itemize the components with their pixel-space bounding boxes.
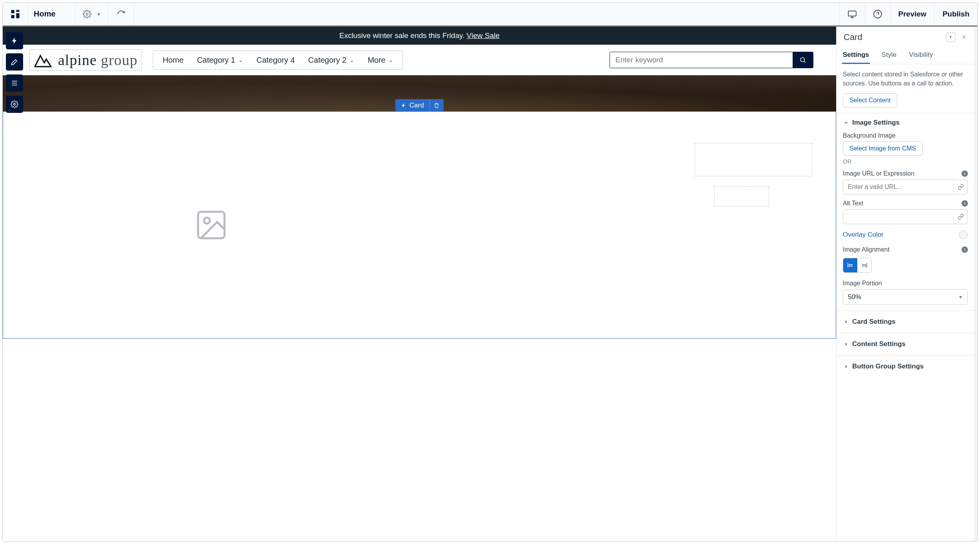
tab-visibility[interactable]: Visibility xyxy=(908,47,934,64)
background-image-label: Background Image xyxy=(843,132,968,139)
overlay-color-swatch[interactable] xyxy=(959,230,968,239)
refresh-button[interactable] xyxy=(108,3,134,25)
select-content-button[interactable]: Select Content xyxy=(843,93,897,107)
brand-logo-icon xyxy=(34,52,53,68)
site-header: alpine group Home Category 1 ⌄ Category … xyxy=(3,45,836,75)
theme-rail-button[interactable] xyxy=(6,53,23,71)
alt-text-input-wrap xyxy=(843,209,968,224)
overlay-color-row: Overlay Color xyxy=(843,230,968,239)
content-source-section: Select content stored in Salesforce or o… xyxy=(837,64,974,113)
preview-button[interactable]: Preview xyxy=(890,3,935,25)
image-url-input[interactable] xyxy=(843,180,953,194)
align-right-button[interactable] xyxy=(857,258,871,272)
image-placeholder-icon xyxy=(192,207,231,243)
svg-point-6 xyxy=(874,10,882,18)
image-settings-section: Image Settings Background Image Select I… xyxy=(837,113,974,311)
svg-rect-5 xyxy=(848,11,856,16)
panel-body: Select content stored in Salesforce or o… xyxy=(837,64,974,541)
chevron-right-icon xyxy=(843,319,849,325)
site-search-button[interactable] xyxy=(793,52,813,68)
viewport-desktop-button[interactable] xyxy=(839,3,865,25)
button-group-settings-accordion[interactable]: Button Group Settings xyxy=(837,355,974,377)
page-name[interactable]: Home xyxy=(28,3,76,25)
search-icon xyxy=(799,56,806,63)
topbar-left: Home ▼ xyxy=(3,3,134,25)
panel-menu-button[interactable]: ▼ xyxy=(946,33,955,42)
link-icon xyxy=(958,214,964,220)
content-settings-accordion[interactable]: Content Settings xyxy=(837,333,974,355)
panel-title: Card xyxy=(844,32,862,42)
site-search-input[interactable] xyxy=(610,52,793,68)
expression-picker-button[interactable] xyxy=(953,210,967,224)
image-portion-value: 50% xyxy=(848,293,861,301)
publish-button[interactable]: Publish xyxy=(934,3,977,25)
site-brand[interactable]: alpine group xyxy=(29,49,142,71)
content-helper-text: Select content stored in Salesforce or o… xyxy=(843,70,968,88)
svg-rect-12 xyxy=(863,265,866,267)
selection-indicator: Card xyxy=(396,99,444,112)
image-alignment-segmented xyxy=(843,258,872,273)
panel-header: Card ▼ ✕ xyxy=(837,27,974,45)
scrollbar-track[interactable] xyxy=(974,27,977,541)
nav-category-4[interactable]: Category 4 xyxy=(256,56,295,65)
or-text: OR xyxy=(843,158,968,165)
promo-banner-text: Exclusive winter sale ends this Friday. xyxy=(339,31,466,40)
page-name-label: Home xyxy=(34,9,56,18)
components-rail-button[interactable] xyxy=(6,32,23,49)
promo-banner: Exclusive winter sale ends this Friday. … xyxy=(3,27,836,45)
svg-point-10 xyxy=(204,218,210,223)
chevron-down-icon: ▼ xyxy=(958,295,963,299)
card-component-selected[interactable]: Card xyxy=(3,111,836,339)
builder-logo[interactable] xyxy=(3,3,28,25)
svg-point-4 xyxy=(86,13,88,15)
tab-settings[interactable]: Settings xyxy=(842,47,870,64)
overlay-color-label[interactable]: Overlay Color xyxy=(843,231,884,239)
help-button[interactable] xyxy=(865,3,890,25)
promo-banner-link[interactable]: View Sale xyxy=(466,31,499,40)
alt-text-label: Alt Text i xyxy=(843,200,968,207)
nav-category-2[interactable]: Category 2 ⌄ xyxy=(308,56,354,65)
align-left-button[interactable] xyxy=(843,258,857,272)
structure-rail-button[interactable] xyxy=(6,74,23,92)
align-right-icon xyxy=(861,262,868,269)
chevron-down-icon: ⌄ xyxy=(388,57,393,63)
info-icon[interactable]: i xyxy=(962,200,968,207)
publish-label: Publish xyxy=(942,10,969,18)
builder-sidebar xyxy=(3,27,26,118)
builder-canvas[interactable]: Exclusive winter sale ends this Friday. … xyxy=(3,27,836,541)
card-settings-accordion[interactable]: Card Settings xyxy=(837,311,974,333)
card-image-area xyxy=(3,112,419,338)
selection-delete-button[interactable] xyxy=(429,99,443,112)
selection-indicator-main[interactable]: Card xyxy=(396,99,430,112)
link-icon xyxy=(958,184,964,190)
builder-app-shell: Home ▼ Preview Publish xyxy=(2,2,978,542)
builder-logo-icon xyxy=(10,9,21,20)
svg-point-7 xyxy=(14,103,16,105)
site-search xyxy=(610,52,813,68)
expression-picker-button[interactable] xyxy=(953,180,967,194)
info-icon[interactable]: i xyxy=(962,170,968,177)
nav-category-1[interactable]: Category 1 ⌄ xyxy=(197,56,243,65)
image-settings-accordion[interactable]: Image Settings xyxy=(843,119,968,127)
nav-home[interactable]: Home xyxy=(163,56,183,65)
settings-rail-button[interactable] xyxy=(6,96,23,113)
chevron-right-icon xyxy=(843,363,849,370)
nav-more[interactable]: More ⌄ xyxy=(368,56,394,65)
gear-icon xyxy=(11,100,18,108)
tab-style[interactable]: Style xyxy=(881,47,897,64)
close-icon: ✕ xyxy=(962,34,967,41)
button-placeholder-slot xyxy=(714,186,769,207)
preview-label: Preview xyxy=(898,10,927,18)
alt-text-input[interactable] xyxy=(843,210,953,224)
page-settings-dropdown[interactable]: ▼ xyxy=(76,3,109,25)
app-topbar: Home ▼ Preview Publish xyxy=(3,3,977,25)
chevron-down-icon: ▼ xyxy=(97,12,101,16)
info-icon[interactable]: i xyxy=(962,247,968,253)
svg-rect-0 xyxy=(11,10,15,13)
help-icon xyxy=(873,9,882,19)
brand-text: alpine group xyxy=(58,51,138,69)
select-image-cms-button[interactable]: Select Image from CMS xyxy=(843,141,923,156)
panel-close-button[interactable]: ✕ xyxy=(959,33,969,42)
image-portion-select[interactable]: 50% ▼ xyxy=(843,289,968,305)
chevron-down-icon: ▼ xyxy=(949,35,953,39)
